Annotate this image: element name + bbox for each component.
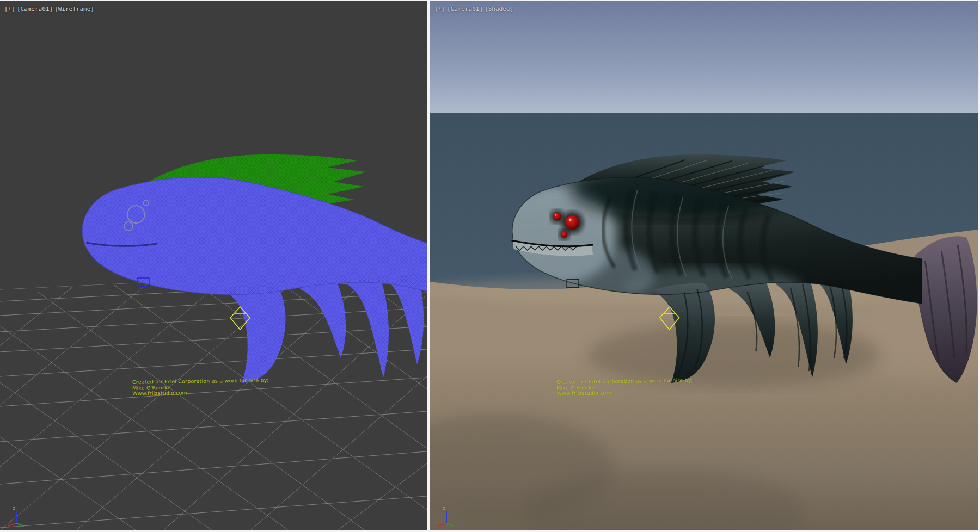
z-axis-label: z bbox=[443, 505, 445, 511]
viewport-menu-shading[interactable]: [Wireframe] bbox=[54, 5, 94, 13]
sky bbox=[430, 1, 978, 113]
x-axis bbox=[8, 523, 16, 526]
viewport-menu-pov[interactable]: [Camera01] bbox=[17, 5, 53, 13]
viewport-stage: [+] [Camera01] [Wireframe] Created for I… bbox=[0, 0, 980, 532]
y-axis bbox=[16, 523, 24, 526]
viewport-label-right: [+] [Camera01] [Shaded] bbox=[434, 5, 513, 13]
viewport-menu-general[interactable]: [+] bbox=[434, 5, 445, 13]
scene-canvas-shaded[interactable] bbox=[430, 1, 978, 530]
viewport-shaded[interactable]: [+] [Camera01] [Shaded] Created for Inte… bbox=[430, 1, 978, 530]
world-axis-gizmo: z bbox=[436, 504, 460, 527]
viewport-menu-general[interactable]: [+] bbox=[4, 5, 15, 13]
window-border bbox=[0, 0, 980, 1]
y-axis bbox=[446, 523, 454, 526]
viewport-wireframe[interactable]: [+] [Camera01] [Wireframe] Created for I… bbox=[0, 1, 427, 530]
world-axis-gizmo: z bbox=[5, 504, 29, 527]
ground-grid bbox=[0, 268, 427, 530]
watermark-text: Created for Intel Corporation as a work … bbox=[132, 378, 269, 397]
z-axis-label: z bbox=[13, 505, 15, 511]
viewport-menu-pov[interactable]: [Camera01] bbox=[447, 5, 483, 13]
viewport-menu-shading[interactable]: [Shaded] bbox=[485, 5, 513, 13]
fish-wireframe[interactable] bbox=[82, 154, 427, 383]
scene-canvas-wireframe[interactable] bbox=[0, 1, 427, 530]
x-axis bbox=[438, 523, 446, 526]
viewport-label-left: [+] [Camera01] [Wireframe] bbox=[4, 5, 94, 13]
viewport-splitter[interactable] bbox=[427, 0, 430, 532]
watermark-text: Created for Intel Corporation as a work … bbox=[556, 378, 693, 397]
